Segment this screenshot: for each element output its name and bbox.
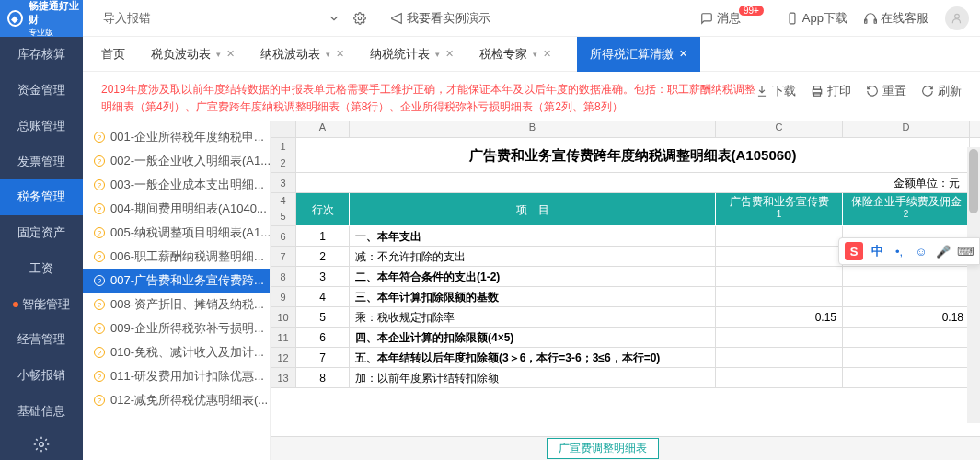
row-12: 127五、本年结转以后年度扣除额(3＞6，本行=3-6；3≤6，本行=0)	[271, 348, 980, 368]
cell[interactable]: 金额单位：元	[296, 173, 970, 193]
tree-item-0[interactable]: ?001-企业所得税年度纳税申...	[83, 125, 270, 149]
tree-item-2[interactable]: ?003-一般企业成本支出明细...	[83, 173, 270, 197]
sidebar-item-2[interactable]: 总账管理	[0, 108, 83, 144]
cell[interactable]: 0.15	[716, 307, 843, 328]
ime-lang[interactable]: 中	[869, 243, 885, 259]
close-icon[interactable]: ✕	[445, 48, 454, 60]
download-button[interactable]: 下载	[755, 83, 796, 99]
cell[interactable]: 7	[296, 348, 350, 368]
sidebar-item-5[interactable]: 固定资产	[0, 215, 83, 251]
cell[interactable]: 3	[296, 267, 350, 287]
row-8: 83二、本年符合条件的支出(1-2)	[271, 267, 980, 287]
cell[interactable]: 减：不允许扣除的支出	[350, 247, 716, 267]
column-headers: A B C D	[271, 121, 980, 138]
ime-punct-icon[interactable]: •,	[891, 243, 907, 259]
cell[interactable]: 项 目	[350, 193, 716, 226]
cell[interactable]	[843, 267, 970, 287]
ime-toolbar[interactable]: S 中 •, ☺ 🎤 ⌨	[838, 237, 980, 265]
ime-mic-icon[interactable]: 🎤	[935, 243, 951, 259]
cell[interactable]	[716, 368, 843, 388]
app-download-link[interactable]: App下载	[786, 10, 847, 27]
avatar[interactable]	[945, 6, 969, 30]
cell[interactable]: 二、本年符合条件的支出(1-2)	[350, 267, 716, 287]
sidebar-item-7[interactable]: 智能管理	[0, 286, 83, 322]
cell[interactable]	[716, 267, 843, 287]
tree-item-4[interactable]: ?005-纳税调整项目明细表(A1...	[83, 221, 270, 245]
cell[interactable]	[716, 348, 843, 368]
tree-item-6[interactable]: ?007-广告费和业务宣传费跨...	[83, 269, 270, 293]
gear-icon[interactable]	[353, 11, 366, 26]
help-icon: ?	[94, 299, 105, 310]
scrollbar-vertical[interactable]	[967, 147, 980, 423]
cell[interactable]: 0.18	[843, 307, 970, 328]
cell[interactable]	[843, 287, 970, 307]
refresh-button[interactable]: 刷新	[921, 83, 962, 99]
tree-item-8[interactable]: ?009-企业所得税弥补亏损明...	[83, 316, 270, 340]
settings-gear-icon[interactable]	[0, 429, 83, 460]
chevron-down-icon[interactable]	[328, 11, 340, 26]
ime-emoji-icon[interactable]: ☺	[913, 243, 929, 259]
cell[interactable]: 8	[296, 368, 350, 388]
tab-4[interactable]: 税检专家▾✕	[479, 37, 551, 72]
help-icon: ?	[94, 371, 105, 382]
cell[interactable]	[716, 247, 843, 267]
tab-2[interactable]: 纳税波动表▾✕	[260, 37, 344, 72]
cell[interactable]	[716, 287, 843, 307]
demo-link[interactable]: 我要看实例演示	[390, 10, 490, 27]
cell[interactable]	[843, 328, 970, 348]
cell[interactable]: 三、本年计算扣除限额的基数	[350, 287, 716, 307]
support-link[interactable]: 在线客服	[864, 10, 928, 27]
cell[interactable]	[843, 368, 970, 388]
cell[interactable]: 2	[296, 247, 350, 267]
tree-item-11[interactable]: ?012-减免所得税优惠明细表(...	[83, 388, 270, 412]
sidebar-item-10[interactable]: 基础信息	[0, 393, 83, 429]
cell[interactable]: 一、本年支出	[350, 226, 716, 247]
sheet-tab-active[interactable]: 广宣费调整明细表	[547, 438, 659, 459]
ime-keyboard-icon[interactable]: ⌨	[957, 243, 974, 259]
help-icon: ?	[94, 179, 105, 190]
cell[interactable]: 4	[296, 287, 350, 307]
cell[interactable]: 5	[296, 307, 350, 328]
close-icon[interactable]: ✕	[543, 48, 551, 60]
cell[interactable]	[843, 348, 970, 368]
print-button[interactable]: 打印	[811, 83, 851, 99]
sidebar-item-6[interactable]: 工资	[0, 250, 83, 286]
help-icon: ?	[94, 203, 105, 214]
col-d[interactable]: D	[843, 121, 970, 137]
cell[interactable]	[716, 226, 843, 247]
tree-item-3[interactable]: ?004-期间费用明细表(A1040...	[83, 197, 270, 221]
tab-0[interactable]: 首页	[101, 37, 125, 72]
sidebar-item-3[interactable]: 发票管理	[0, 144, 83, 179]
close-icon[interactable]: ✕	[226, 48, 235, 60]
col-a[interactable]: A	[296, 121, 350, 137]
tab-1[interactable]: 税负波动表▾✕	[151, 37, 235, 72]
search-input[interactable]: 导入报错	[103, 10, 151, 27]
cell[interactable]	[716, 328, 843, 348]
tree-item-7[interactable]: ?008-资产折旧、摊销及纳税...	[83, 293, 270, 316]
tab-5[interactable]: 所得税汇算清缴✕	[577, 37, 700, 72]
cell[interactable]: 五、本年结转以后年度扣除额(3＞6，本行=3-6；3≤6，本行=0)	[350, 348, 716, 368]
col-b[interactable]: B	[350, 121, 716, 137]
sidebar-item-9[interactable]: 小畅报销	[0, 358, 83, 394]
tab-3[interactable]: 纳税统计表▾✕	[370, 37, 454, 72]
tree-item-1[interactable]: ?002-一般企业收入明细表(A1...	[83, 149, 270, 173]
sidebar-item-1[interactable]: 资金管理	[0, 73, 83, 109]
toolbar: 下载 打印 重置 刷新	[755, 81, 962, 116]
reset-button[interactable]: 重置	[866, 83, 906, 99]
tree-item-10[interactable]: ?011-研发费用加计扣除优惠...	[83, 364, 270, 388]
tree-item-5[interactable]: ?006-职工薪酬纳税调整明细...	[83, 245, 270, 269]
cell[interactable]: 四、本企业计算的扣除限额(4×5)	[350, 328, 716, 348]
tree-item-9[interactable]: ?010-免税、减计收入及加计...	[83, 340, 270, 364]
col-c[interactable]: C	[716, 121, 843, 137]
cell[interactable]: 乘：税收规定扣除率	[350, 307, 716, 328]
sidebar-item-4[interactable]: 税务管理	[0, 179, 83, 215]
cell[interactable]: 6	[296, 328, 350, 348]
close-icon[interactable]: ✕	[336, 48, 344, 60]
messages-link[interactable]: 消息 99+	[700, 10, 769, 27]
sidebar-item-0[interactable]: 库存核算	[0, 37, 83, 73]
cell[interactable]: 加：以前年度累计结转扣除额	[350, 368, 716, 388]
cell[interactable]: 行次	[296, 193, 350, 226]
sidebar-item-8[interactable]: 经营管理	[0, 322, 83, 358]
cell[interactable]: 1	[296, 226, 350, 247]
close-icon[interactable]: ✕	[679, 48, 687, 60]
